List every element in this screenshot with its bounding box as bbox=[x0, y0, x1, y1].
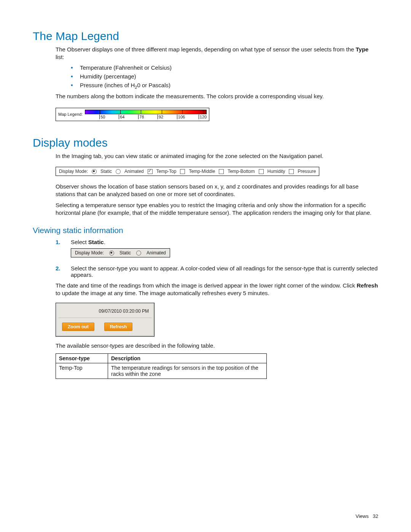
text: The date and time of the readings from w… bbox=[56, 282, 357, 289]
checkbox-pressure-label: Pressure bbox=[298, 169, 316, 174]
radio-animated-mini[interactable] bbox=[136, 251, 141, 256]
display-mode-label: Display Mode: bbox=[59, 169, 88, 174]
refresh-button[interactable]: Refresh bbox=[104, 323, 133, 331]
checkbox-temp-middle[interactable] bbox=[180, 169, 185, 174]
text: The Observer displays one of three diffe… bbox=[56, 46, 356, 53]
tick-label: 64 bbox=[119, 115, 124, 119]
timestamp-value: 09/07/2010 03:20:00 PM bbox=[56, 303, 154, 318]
legend-type-list: Temperature (Fahrenheit or Celsius) Humi… bbox=[71, 64, 378, 89]
checkbox-pressure[interactable] bbox=[289, 169, 294, 174]
heading-display-modes: Display modes bbox=[33, 136, 378, 149]
display-modes-intro: In the Imaging tab, you can view static … bbox=[56, 152, 378, 160]
display-mode-label: Display Mode: bbox=[75, 250, 104, 256]
checkbox-temp-top[interactable] bbox=[148, 169, 153, 174]
list-item: Pressure (inches of H20 or Pascals) bbox=[71, 82, 378, 89]
tick-label: 92 bbox=[158, 115, 163, 119]
map-legend-after: The numbers along the bottom indicate th… bbox=[56, 93, 378, 100]
tick-label: 50 bbox=[99, 115, 105, 119]
map-legend-intro: The Observer displays one of three diffe… bbox=[56, 46, 378, 61]
col-sensor-type: Sensor-type bbox=[56, 353, 108, 363]
radio-animated[interactable] bbox=[116, 169, 121, 174]
page-footer: Views 32 bbox=[355, 513, 378, 519]
step-2-text: Select the sensor-type you want to appea… bbox=[71, 265, 378, 278]
radio-animated-label: Animated bbox=[147, 250, 166, 256]
radio-static-label: Static bbox=[119, 250, 131, 256]
text: 0 or Pascals) bbox=[137, 82, 171, 88]
radio-static[interactable] bbox=[92, 169, 97, 174]
checkbox-temp-middle-label: Temp-Middle bbox=[189, 169, 215, 174]
text: . bbox=[104, 239, 105, 245]
refresh-keyword: Refresh bbox=[357, 282, 378, 289]
map-legend-label: Map Legend: bbox=[58, 112, 83, 117]
text: to update the image at any time. The ima… bbox=[56, 290, 269, 296]
checkbox-temp-top-label: Temp-Top bbox=[156, 169, 177, 174]
type-keyword: Type bbox=[356, 46, 369, 53]
checkbox-humidity-label: Humidity bbox=[268, 169, 285, 174]
refresh-paragraph: The date and time of the readings from w… bbox=[56, 282, 378, 297]
list-item: Temperature (Fahrenheit or Celsius) bbox=[71, 64, 378, 71]
radio-animated-label: Animated bbox=[124, 169, 144, 174]
table-row: Temp-Top The temperature readings for se… bbox=[56, 363, 267, 379]
sensor-type-table: Sensor-type Description Temp-Top The tem… bbox=[56, 353, 267, 379]
tick-label: 106 bbox=[177, 115, 185, 119]
map-legend-figure: Map Legend: 50 64 78 92 106 120 bbox=[56, 108, 209, 121]
step-number: 2. bbox=[56, 265, 61, 272]
text: list: bbox=[56, 54, 64, 60]
checkbox-temp-bottom-label: Temp-Bottom bbox=[228, 169, 255, 174]
footer-section: Views bbox=[355, 513, 368, 519]
zoom-out-button[interactable]: Zoom out bbox=[62, 323, 94, 331]
heading-map-legend: The Map Legend bbox=[33, 30, 378, 43]
radio-static-mini[interactable] bbox=[109, 251, 114, 256]
timestamp-panel: 09/07/2010 03:20:00 PM Zoom out Refresh bbox=[56, 303, 155, 337]
heading-viewing-static: Viewing static information bbox=[33, 226, 378, 235]
static-keyword: Static bbox=[88, 239, 104, 245]
table-intro: The available sensor-types are described… bbox=[56, 342, 378, 350]
map-legend-ticks: 50 64 78 92 106 120 bbox=[85, 115, 207, 119]
display-mode-mini: Display Mode: Static Animated bbox=[71, 248, 170, 257]
radio-static-label: Static bbox=[100, 169, 112, 174]
display-modes-p2: Observer shows the location of base stat… bbox=[56, 183, 378, 198]
cell-description: The temperature readings for sensors in … bbox=[108, 363, 267, 379]
footer-page: 32 bbox=[373, 513, 378, 519]
step-number: 1. bbox=[56, 239, 61, 245]
map-legend-gradient bbox=[85, 110, 207, 114]
text: Pressure (inches of H bbox=[80, 82, 135, 88]
step-1: 1. Select Static. Display Mode: Static A… bbox=[56, 239, 378, 261]
display-mode-toolbar: Display Mode: Static Animated Temp-Top T… bbox=[56, 167, 319, 176]
tick-label: 120 bbox=[199, 115, 207, 119]
text: Select bbox=[71, 239, 88, 245]
list-item: Humidity (percentage) bbox=[71, 73, 378, 80]
tick-label: 78 bbox=[138, 115, 144, 119]
display-modes-p3: Selecting a temperature sensor type enab… bbox=[56, 201, 378, 217]
checkbox-humidity[interactable] bbox=[259, 169, 264, 174]
cell-sensor-type: Temp-Top bbox=[56, 363, 108, 379]
col-description: Description bbox=[108, 353, 267, 363]
checkbox-temp-bottom[interactable] bbox=[219, 169, 224, 174]
step-2: 2. Select the sensor-type you want to ap… bbox=[56, 265, 378, 278]
